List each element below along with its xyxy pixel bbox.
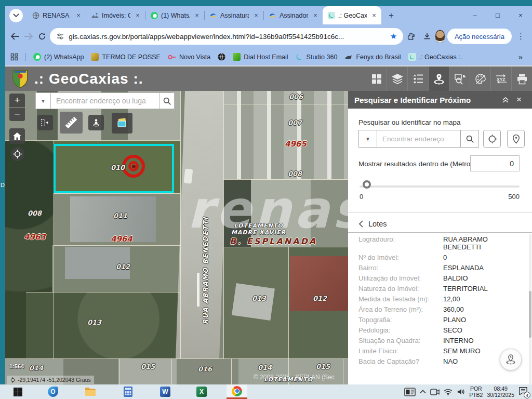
- map-search-input[interactable]: [51, 92, 159, 109]
- profile-avatar[interactable]: [435, 30, 445, 43]
- bookmark-termo-de-posse[interactable]: TERMO DE POSSE: [91, 53, 161, 61]
- document-icon: [91, 53, 99, 61]
- taskbar-file-explorer[interactable]: [80, 384, 101, 399]
- tab-close-icon[interactable]: ×: [134, 11, 142, 20]
- taskbar-outlook[interactable]: O: [43, 384, 63, 399]
- bookmark-label: Studio 360: [307, 54, 338, 61]
- apps-grid-button[interactable]: [10, 53, 18, 61]
- address-toolbar: gis.caxias.rs.gov.br/portal/apps/webappv…: [5, 24, 532, 48]
- puzzle-icon: [407, 32, 415, 41]
- widgets-icon[interactable]: [404, 388, 416, 396]
- tab-assinador[interactable]: Assinador ×: [264, 6, 323, 24]
- maximize-button[interactable]: □: [486, 6, 509, 24]
- bookmark-dial-host[interactable]: Dial Host Email: [233, 53, 288, 61]
- zoom-out-button[interactable]: −: [9, 108, 25, 121]
- taskbar-excel[interactable]: X: [191, 384, 212, 399]
- identify-fab-button[interactable]: [500, 349, 522, 370]
- basemap-gallery-button[interactable]: [366, 66, 387, 91]
- forward-button[interactable]: [23, 29, 34, 44]
- tab-search-button[interactable]: [9, 9, 23, 22]
- close-button[interactable]: ×: [509, 6, 532, 24]
- bookmark-studio-360[interactable]: Studio 360: [296, 53, 338, 61]
- tab-close-icon[interactable]: ×: [370, 11, 378, 20]
- identify-marker: [122, 155, 145, 178]
- tab-whatsapp[interactable]: (1) WhatsA ×: [145, 6, 204, 24]
- locate-button[interactable]: [10, 147, 24, 161]
- panel-search-input[interactable]: [377, 130, 460, 148]
- tab-close-icon[interactable]: ×: [252, 11, 260, 20]
- radius-slider-handle[interactable]: [363, 180, 371, 189]
- radius-input[interactable]: [470, 155, 520, 171]
- bookmark-whatsapp[interactable]: (2) WhatsApp: [33, 53, 84, 61]
- draw-button[interactable]: [470, 66, 490, 91]
- tab-assinatura[interactable]: Assinatura ×: [205, 6, 263, 24]
- zoom-in-button[interactable]: +: [9, 94, 25, 107]
- lotes-back-row[interactable]: Lotes: [348, 216, 532, 232]
- bookmark-globe[interactable]: [218, 53, 225, 61]
- near-me-button[interactable]: [428, 66, 449, 91]
- attribute-row: Logradouro:RUA ABRAMO BENEDETTI: [358, 235, 524, 251]
- speaker-icon[interactable]: [457, 388, 465, 395]
- collapse-panel-button[interactable]: [499, 97, 512, 103]
- panel-search-button[interactable]: [460, 130, 479, 148]
- road-marking: [197, 273, 200, 307]
- tab-close-icon[interactable]: ×: [193, 11, 201, 20]
- red-roof-building: [290, 256, 348, 311]
- layers-button[interactable]: [387, 66, 407, 91]
- map-search-button[interactable]: [159, 92, 175, 109]
- attribute-row: Limite Físico:SEM MURO: [358, 347, 524, 355]
- panel-scrollbar-thumb[interactable]: [529, 291, 531, 338]
- downloads-button[interactable]: [421, 29, 433, 44]
- minimize-button[interactable]: –: [463, 6, 486, 24]
- tray-chevron-icon[interactable]: [420, 390, 426, 394]
- browser-menu-button[interactable]: ⋮: [514, 32, 528, 41]
- block-label: 4963: [24, 232, 46, 242]
- bookmark-novo-vista[interactable]: Novo Vista: [168, 54, 210, 61]
- start-button[interactable]: [7, 384, 28, 399]
- language-indicator[interactable]: POR PTB2: [469, 385, 483, 398]
- url-text[interactable]: gis.caxias.rs.gov.br/portal/apps/webappv…: [69, 33, 386, 41]
- close-panel-button[interactable]: ×: [512, 95, 526, 105]
- taskbar-word[interactable]: W: [155, 384, 176, 399]
- action-needed-button[interactable]: Ação necessária: [447, 29, 512, 44]
- crosshair-icon: [487, 134, 497, 144]
- taskbar-calculator[interactable]: [117, 384, 138, 399]
- drop-pin-button[interactable]: [507, 130, 525, 148]
- bookmark-fenyx[interactable]: Fenyx do Brasil: [344, 54, 401, 61]
- tab-close-icon[interactable]: ×: [74, 11, 83, 20]
- tab-close-icon[interactable]: ×: [311, 11, 320, 20]
- bookmark-star-icon[interactable]: ★: [390, 32, 397, 41]
- meet-now-icon[interactable]: [430, 389, 440, 395]
- clock[interactable]: 08:49 30/12/2025: [487, 385, 514, 398]
- new-tab-button[interactable]: +: [384, 9, 398, 22]
- measure-tool-button[interactable]: [60, 112, 83, 134]
- back-button[interactable]: [9, 29, 21, 44]
- swipe-tool-button[interactable]: [37, 115, 53, 130]
- radius-slider-track[interactable]: [360, 185, 520, 188]
- slider-min-label: 0: [360, 193, 363, 201]
- home-button[interactable]: [9, 128, 25, 144]
- wifi-icon[interactable]: [444, 389, 453, 395]
- map-canvas[interactable]: renasa 006 007 4965 008 010 011 008 4963…: [5, 91, 348, 384]
- legend-button[interactable]: [407, 66, 428, 91]
- tab-imoveis[interactable]: Imóveis: C ×: [86, 6, 145, 24]
- search-source-dropdown[interactable]: ▼: [35, 92, 51, 109]
- notification-center-button[interactable]: 4: [518, 387, 528, 397]
- panel-search-dropdown[interactable]: ▼: [358, 130, 377, 148]
- streetview-tool-button[interactable]: [88, 115, 104, 130]
- extensions-button[interactable]: [405, 29, 417, 44]
- basemap-tool-button[interactable]: [112, 113, 132, 134]
- key-icon: [168, 55, 176, 60]
- url-bar[interactable]: gis.caxias.rs.gov.br/portal/apps/webappv…: [50, 28, 403, 45]
- query-button[interactable]: [449, 66, 470, 91]
- print-button[interactable]: [511, 66, 532, 91]
- bookmark-geocaxias[interactable]: .: GeoCaxias :.: [408, 53, 462, 61]
- coordinates-button[interactable]: XYZ: [490, 66, 511, 91]
- tab-geocaxias-active[interactable]: .: GeoCaxia ×: [323, 6, 381, 24]
- bookmarks-overflow-button[interactable]: »: [518, 52, 527, 61]
- tab-renasa[interactable]: RENASA N ×: [27, 6, 86, 24]
- reload-button[interactable]: [36, 29, 48, 44]
- taskbar-chrome-active[interactable]: [227, 384, 247, 399]
- chevron-left-icon: [358, 220, 363, 228]
- identify-crosshair-button[interactable]: [483, 130, 501, 148]
